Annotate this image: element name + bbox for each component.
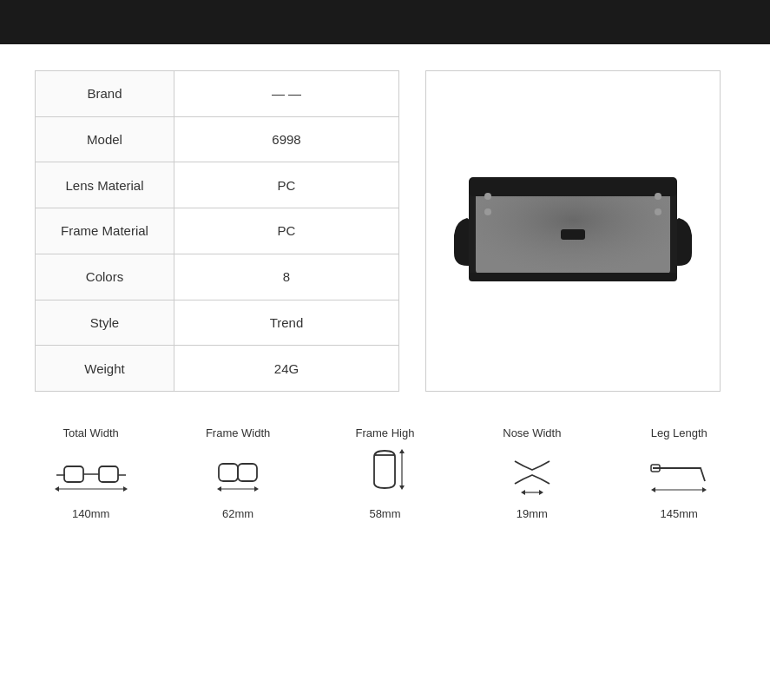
table-row: Frame Material PC — [36, 208, 399, 254]
table-value: PC — [174, 162, 399, 208]
table-value: 24G — [174, 346, 399, 392]
dimension-item-nose-width: Nose Width 19mm — [463, 426, 602, 520]
leg-length-icon — [644, 448, 714, 500]
svg-marker-18 — [254, 486, 259, 492]
dimension-item-leg-length: Leg Length 145mm — [609, 426, 748, 520]
table-value: — — — [174, 71, 399, 117]
page-header — [0, 0, 770, 44]
product-image-box — [425, 70, 721, 392]
dim-value: 19mm — [517, 507, 548, 520]
dim-label: Nose Width — [503, 426, 561, 439]
svg-marker-24 — [521, 490, 525, 495]
dim-value: 140mm — [72, 507, 109, 520]
table-row: Style Trend — [36, 300, 399, 346]
table-label: Model — [36, 116, 174, 162]
svg-marker-22 — [399, 485, 405, 490]
svg-marker-25 — [539, 490, 543, 495]
table-value: 6998 — [174, 116, 399, 162]
svg-marker-29 — [702, 487, 707, 492]
table-value: Trend — [174, 300, 399, 346]
svg-marker-21 — [399, 449, 405, 453]
table-row: Brand — — — [36, 71, 399, 117]
nose-width-icon — [502, 448, 563, 500]
total-width-icon — [52, 448, 130, 500]
table-row: Lens Material PC — [36, 162, 399, 208]
sunglasses-image — [451, 135, 694, 327]
svg-rect-8 — [469, 273, 677, 281]
dimensions-section: Total Width 140mm Frame Width 62mm Frame… — [0, 418, 770, 538]
dim-value: 58mm — [369, 507, 400, 520]
svg-marker-12 — [55, 486, 59, 492]
table-row: Colors 8 — [36, 254, 399, 300]
svg-rect-10 — [99, 466, 118, 482]
table-label: Colors — [36, 254, 174, 300]
dim-label: Frame Width — [206, 426, 270, 439]
svg-rect-15 — [238, 464, 257, 481]
frame-high-icon — [359, 448, 411, 500]
svg-marker-13 — [123, 486, 128, 492]
svg-rect-3 — [561, 229, 585, 240]
svg-rect-2 — [469, 177, 677, 196]
table-label: Frame Material — [36, 208, 174, 254]
table-label: Lens Material — [36, 162, 174, 208]
svg-rect-14 — [219, 464, 238, 481]
dim-label: Frame High — [356, 426, 415, 439]
table-label: Weight — [36, 346, 174, 392]
dim-value: 145mm — [661, 507, 698, 520]
dimension-item-frame-high: Frame High 58mm — [315, 426, 454, 520]
svg-point-7 — [655, 208, 661, 215]
table-label: Brand — [36, 71, 174, 117]
main-content: Brand — — Model 6998 Lens Material PC Fr… — [0, 44, 770, 418]
svg-point-5 — [484, 208, 491, 215]
dim-value: 62mm — [222, 507, 253, 520]
svg-marker-17 — [217, 486, 221, 492]
table-value: 8 — [174, 254, 399, 300]
dimension-item-frame-width: Frame Width 62mm — [168, 426, 307, 520]
svg-point-4 — [484, 193, 491, 200]
table-value: PC — [174, 208, 399, 254]
dim-label: Total Width — [63, 426, 119, 439]
svg-rect-9 — [64, 466, 83, 482]
svg-marker-28 — [651, 487, 655, 492]
svg-point-6 — [655, 193, 661, 200]
table-row: Model 6998 — [36, 116, 399, 162]
dim-label: Leg Length — [651, 426, 707, 439]
dimension-item-total-width: Total Width 140mm — [22, 426, 161, 520]
frame-width-icon — [203, 448, 273, 500]
dimensions-row: Total Width 140mm Frame Width 62mm Frame… — [17, 426, 753, 520]
table-label: Style — [36, 300, 174, 346]
product-info-table: Brand — — Model 6998 Lens Material PC Fr… — [35, 70, 399, 392]
table-row: Weight 24G — [36, 346, 399, 392]
